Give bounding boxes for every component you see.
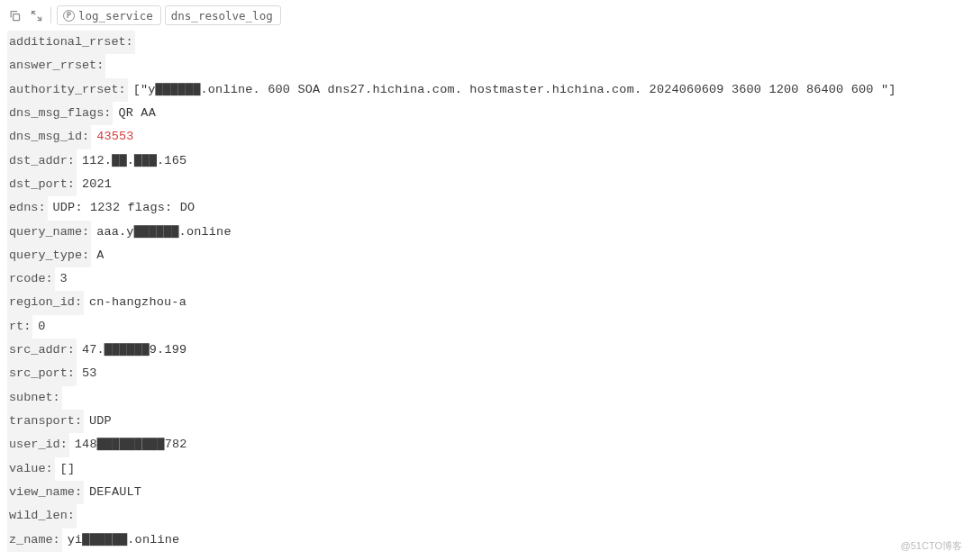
log-value[interactable]: 2021 xyxy=(77,173,112,196)
log-value[interactable]: UDP: 1232 flags: DO xyxy=(48,196,196,220)
log-key[interactable]: dns_msg_id: xyxy=(7,125,91,149)
log-value[interactable]: QR AA xyxy=(113,102,156,125)
log-key[interactable]: src_port: xyxy=(7,362,77,385)
log-row: transport:UDP xyxy=(7,410,968,433)
log-value[interactable]: 47.▇▇▇▇▇▇9.199 xyxy=(77,339,186,362)
log-key[interactable]: answer_rrset: xyxy=(7,54,105,77)
log-value[interactable]: 3 xyxy=(55,267,68,291)
log-row: rt:0 xyxy=(7,315,968,339)
log-key[interactable]: query_name: xyxy=(7,221,91,244)
log-value[interactable]: 43553 xyxy=(91,125,134,149)
log-value[interactable]: cn-hangzhou-a xyxy=(84,291,186,314)
project-icon: P xyxy=(63,10,75,22)
log-key[interactable]: rt: xyxy=(7,315,32,339)
log-key[interactable]: dst_addr: xyxy=(7,149,77,173)
log-key[interactable]: dns_msg_flags: xyxy=(7,102,113,125)
log-row: value:[] xyxy=(7,457,968,481)
toolbar: P log_service dns_resolve_log xyxy=(5,5,968,25)
log-row: region_id:cn-hangzhou-a xyxy=(7,291,968,314)
log-key[interactable]: query_type: xyxy=(7,244,91,267)
log-key[interactable]: user_id: xyxy=(7,433,69,456)
tag-label: log_service xyxy=(78,9,153,23)
log-row: dst_port:2021 xyxy=(7,173,968,196)
tag-dns-resolve-log[interactable]: dns_resolve_log xyxy=(165,5,281,25)
log-value[interactable]: 53 xyxy=(77,362,97,385)
log-row: src_port:53 xyxy=(7,362,968,385)
log-key[interactable]: dst_port: xyxy=(7,173,77,196)
tag-label: dns_resolve_log xyxy=(171,9,273,23)
log-row: answer_rrset: xyxy=(7,54,968,77)
log-row: z_name:yi▇▇▇▇▇▇.online xyxy=(7,528,968,552)
log-row: subnet: xyxy=(7,386,968,410)
log-value[interactable]: DEFAULT xyxy=(84,481,141,504)
log-row: dns_msg_id:43553 xyxy=(7,125,968,149)
log-row: wild_len: xyxy=(7,504,968,528)
watermark: @51CTO博客 xyxy=(901,539,962,553)
log-key[interactable]: rcode: xyxy=(7,267,55,291)
log-value[interactable]: 148▇▇▇▇▇▇▇▇▇782 xyxy=(69,433,187,456)
copy-icon[interactable] xyxy=(5,6,23,24)
log-value[interactable]: UDP xyxy=(84,410,112,433)
collapse-icon[interactable] xyxy=(27,6,45,24)
log-value[interactable]: 0 xyxy=(32,315,45,339)
divider xyxy=(50,7,51,23)
log-key[interactable]: edns: xyxy=(7,196,48,220)
log-row: authority_rrset:["y▇▇▇▇▇▇.online. 600 SO… xyxy=(7,78,968,102)
log-key[interactable]: region_id: xyxy=(7,291,84,314)
log-row: query_name:aaa.y▇▇▇▇▇▇.online xyxy=(7,221,968,244)
log-row: view_name:DEFAULT xyxy=(7,481,968,504)
log-key[interactable]: value: xyxy=(7,457,55,481)
log-value[interactable]: yi▇▇▇▇▇▇.online xyxy=(62,528,180,552)
log-key[interactable]: src_addr: xyxy=(7,339,77,362)
log-key[interactable]: z_name: xyxy=(7,528,62,552)
log-row: dst_addr:112.▇▇.▇▇▇.165 xyxy=(7,149,968,173)
log-body: additional_rrset:answer_rrset:authority_… xyxy=(5,31,968,552)
log-key[interactable]: wild_len: xyxy=(7,504,77,528)
log-row: edns:UDP: 1232 flags: DO xyxy=(7,196,968,220)
log-value[interactable]: ["y▇▇▇▇▇▇.online. 600 SOA dns27.hichina.… xyxy=(128,78,896,102)
log-value[interactable]: [] xyxy=(55,457,76,481)
svg-rect-0 xyxy=(13,14,19,20)
log-value[interactable]: 112.▇▇.▇▇▇.165 xyxy=(77,149,186,173)
log-key[interactable]: transport: xyxy=(7,410,84,433)
log-row: src_addr:47.▇▇▇▇▇▇9.199 xyxy=(7,339,968,362)
log-row: additional_rrset: xyxy=(7,31,968,54)
log-row: dns_msg_flags:QR AA xyxy=(7,102,968,125)
log-row: rcode:3 xyxy=(7,267,968,291)
log-value[interactable]: A xyxy=(91,244,104,267)
log-row: user_id:148▇▇▇▇▇▇▇▇▇782 xyxy=(7,433,968,456)
log-key[interactable]: view_name: xyxy=(7,481,84,504)
log-value[interactable]: aaa.y▇▇▇▇▇▇.online xyxy=(91,221,232,244)
log-key[interactable]: subnet: xyxy=(7,386,62,410)
log-key[interactable]: authority_rrset: xyxy=(7,78,128,102)
log-key[interactable]: additional_rrset: xyxy=(7,31,135,54)
log-row: query_type:A xyxy=(7,244,968,267)
tag-log-service[interactable]: P log_service xyxy=(57,5,161,25)
